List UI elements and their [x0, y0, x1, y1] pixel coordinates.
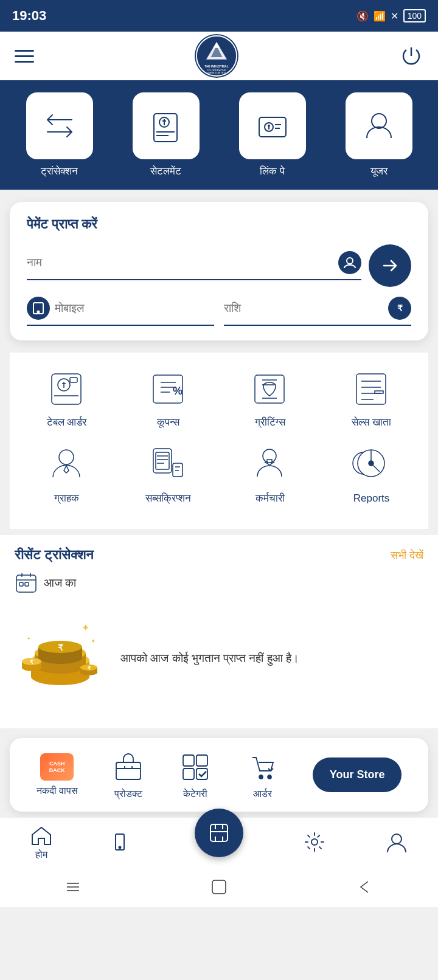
link-pay-label: लिंक पे	[260, 165, 285, 178]
coins-illustration: ✦ ✦ ✦ ₹ ₹	[15, 619, 106, 698]
action-settlement[interactable]: सेटलमेंट	[133, 92, 200, 178]
recent-header: रीसेंट ट्रांसेक्शन सभी देखें	[15, 547, 423, 563]
svg-rect-15	[52, 374, 81, 404]
greetings-icon	[247, 365, 293, 410]
store-item-category[interactable]: केटेगरी	[178, 750, 212, 799]
recent-title: रीसेंट ट्रांसेक्शन	[15, 547, 94, 563]
svg-point-66	[392, 834, 401, 844]
reports-label: Reports	[353, 492, 390, 505]
phone-input-icon	[27, 297, 50, 320]
svg-point-61	[259, 775, 263, 779]
grid-item-greetings[interactable]: ग्रीटिंग्स	[224, 365, 316, 429]
grid-item-subscription[interactable]: सब्सक्रिप्शन	[123, 441, 214, 505]
svg-rect-59	[183, 768, 194, 779]
amount-input[interactable]	[224, 302, 388, 315]
android-back-icon[interactable]	[356, 878, 374, 899]
grid-row-2: ग्राहक सब्सक्रिप्शन	[16, 441, 422, 505]
store-item-product[interactable]: प्रोडक्ट	[111, 750, 145, 799]
android-home-icon[interactable]	[210, 878, 228, 899]
subscription-icon	[145, 441, 191, 486]
transaction-icon-box	[26, 92, 93, 159]
product-label: प्रोडक्ट	[114, 788, 142, 799]
hamburger-menu[interactable]	[15, 50, 34, 63]
svg-rect-34	[25, 582, 29, 586]
empty-state: ✦ ✦ ✦ ₹ ₹	[15, 607, 423, 716]
settlement-icon-box	[133, 92, 200, 159]
subscription-label: सब्सक्रिप्शन	[145, 492, 191, 505]
recent-transactions-section: रीसेंट ट्रांसेक्शन सभी देखें आज का ✦ ✦ ✦	[0, 535, 438, 728]
wifi-icon: 📶	[374, 10, 386, 22]
greetings-label: ग्रीटिंग्स	[255, 416, 285, 429]
mobile-input[interactable]	[55, 302, 214, 315]
action-transaction[interactable]: ट्रांसेक्शन	[26, 92, 93, 178]
svg-point-23	[59, 450, 74, 464]
svg-text:BANK LIMITED: BANK LIMITED	[207, 71, 226, 74]
send-button[interactable]	[369, 244, 411, 287]
grid-menu: टेबल आर्डर % कूपन्स	[10, 353, 428, 529]
name-input-wrap	[27, 251, 361, 280]
nav-profile[interactable]	[385, 830, 408, 854]
cashback-label: नकदी वापस	[36, 785, 78, 796]
svg-rect-17	[70, 378, 77, 382]
android-menu-icon[interactable]	[64, 878, 82, 899]
svg-rect-60	[196, 768, 207, 779]
action-link-pay[interactable]: लिंक पे	[239, 92, 306, 178]
battery-indicator: 100	[403, 9, 426, 22]
bottom-navigation: होम	[0, 818, 438, 869]
category-icon	[178, 750, 212, 784]
nav-phone[interactable]	[112, 830, 135, 854]
status-bar: 19:03 🔇 📶 ✕ 100	[0, 0, 438, 32]
payment-bottom-row: ₹	[27, 297, 411, 326]
order-label: आर्डर	[253, 788, 272, 799]
header: THE INDUSTRIAL CO-OPERATIVE BANK LIMITED	[0, 32, 438, 80]
sim-icon: ✕	[391, 10, 398, 22]
svg-point-65	[311, 839, 318, 845]
your-store-button[interactable]: Your Store	[313, 757, 402, 792]
svg-rect-70	[212, 880, 226, 894]
coupons-label: कूपन्स	[157, 416, 179, 429]
name-input-icon	[338, 251, 361, 274]
nav-home[interactable]: होम	[30, 824, 53, 860]
app-logo: THE INDUSTRIAL CO-OPERATIVE BANK LIMITED	[195, 34, 238, 78]
svg-rect-20	[255, 375, 284, 403]
category-label: केटेगरी	[183, 788, 207, 799]
customer-label: ग्राहक	[54, 492, 79, 505]
grid-item-customer[interactable]: ग्राहक	[21, 441, 113, 505]
svg-rect-33	[19, 582, 23, 586]
svg-point-63	[119, 847, 121, 849]
cashback-icon: CASH BACK	[40, 753, 74, 781]
customer-icon	[44, 441, 89, 486]
coupons-icon: %	[145, 365, 191, 410]
grid-item-employee[interactable]: कर्मचारी	[224, 441, 316, 505]
svg-rect-25	[156, 452, 169, 469]
grid-item-table-order[interactable]: टेबल आर्डर	[21, 365, 113, 429]
grid-item-sales-account[interactable]: सेल्स खाता	[326, 365, 417, 429]
reports-icon	[349, 441, 394, 486]
svg-point-12	[347, 258, 353, 264]
svg-rect-22	[375, 391, 383, 393]
logo-svg: THE INDUSTRIAL CO-OPERATIVE BANK LIMITED	[196, 35, 237, 77]
nav-settings[interactable]	[303, 830, 326, 854]
svg-point-27	[263, 449, 276, 463]
store-item-order[interactable]: आर्डर	[246, 750, 279, 799]
transaction-label: ट्रांसेक्शन	[41, 165, 78, 178]
svg-text:₹: ₹	[30, 659, 33, 665]
action-user[interactable]: यूजर	[346, 92, 412, 178]
date-label: आज का	[44, 576, 76, 590]
user-icon-box	[346, 92, 412, 159]
svg-text:₹: ₹	[58, 643, 63, 652]
grid-item-coupons[interactable]: % कूपन्स	[123, 365, 214, 429]
see-all-button[interactable]: सभी देखें	[391, 549, 423, 562]
name-input[interactable]	[27, 256, 338, 269]
employee-icon	[247, 441, 293, 486]
empty-message: आपको आज कोई भुगतान प्राप्त नहीं हुआ है।	[120, 650, 299, 668]
sales-account-label: सेल्स खाता	[352, 416, 391, 429]
payment-title: पेमेंट प्राप्त करें	[27, 216, 411, 232]
scan-button[interactable]	[195, 809, 243, 857]
grid-item-reports[interactable]: Reports	[326, 441, 417, 505]
svg-text:₹: ₹	[397, 303, 403, 313]
power-button[interactable]	[399, 44, 423, 68]
svg-text:%: %	[173, 385, 182, 397]
store-item-cashback[interactable]: CASH BACK नकदी वापस	[36, 753, 78, 796]
product-icon	[111, 750, 145, 784]
